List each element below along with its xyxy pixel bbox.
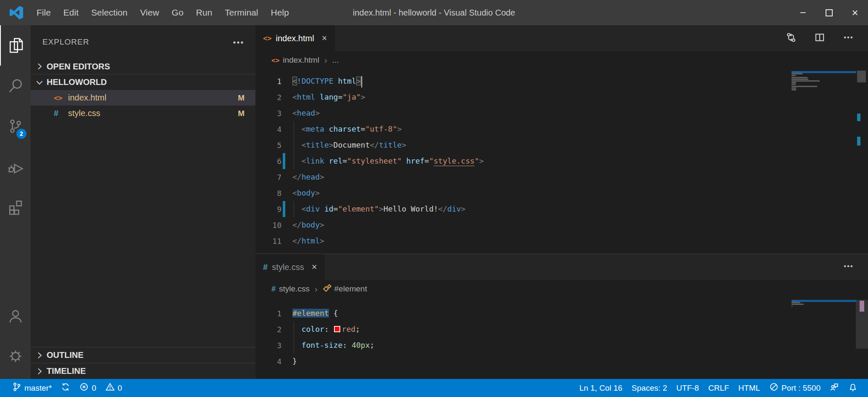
editor-actions [843, 254, 854, 280]
status-warnings[interactable]: 0 [101, 379, 127, 397]
code-line[interactable]: 8<body> [255, 185, 868, 201]
vscode-logo-icon [9, 5, 24, 20]
activity-bar-bottom [0, 296, 31, 376]
menu-edit[interactable]: Edit [57, 0, 85, 25]
line-text: </html> [285, 233, 324, 249]
file-list: <>index.htmlM#style.cssM [31, 90, 255, 121]
menu-go[interactable]: Go [166, 0, 190, 25]
menu-terminal[interactable]: Terminal [218, 0, 264, 25]
breadcrumb-item[interactable]: #element [323, 283, 367, 295]
color-swatch-red[interactable] [334, 326, 340, 332]
code-line[interactable]: 4 <meta charset="utf-8"> [255, 121, 868, 137]
code-line[interactable]: 7</head> [255, 169, 868, 185]
code-area[interactable]: 1<!DOCTYPE html>2<html lang="ja">3<head>… [255, 69, 868, 254]
explorer-more-actions-icon[interactable] [233, 38, 244, 46]
section-outline[interactable]: OUTLINE [31, 347, 255, 363]
status-eol[interactable]: CRLF [704, 379, 734, 397]
line-text: <body> [285, 185, 320, 201]
maximize-button[interactable] [816, 0, 842, 25]
breadcrumb-item[interactable]: #style.css [271, 284, 310, 294]
code-line[interactable]: 6 <link rel="stylesheet" href="style.css… [255, 153, 868, 169]
code-line[interactable]: 10</body> [255, 217, 868, 233]
tab-label: style.css [272, 262, 304, 272]
code-line[interactable]: 1<!DOCTYPE html> [255, 73, 868, 89]
sidebar-title: EXPLORER [42, 37, 89, 47]
action-more-icon[interactable] [843, 32, 854, 45]
git-modified-badge: M [238, 93, 245, 103]
minimap[interactable] [792, 71, 855, 91]
status-indentation[interactable]: Spaces: 2 [627, 379, 672, 397]
breadcrumb-separator: › [324, 56, 327, 65]
line-text: <meta charset="utf-8"> [285, 121, 402, 137]
status-errors[interactable]: 0 [75, 379, 101, 397]
minimize-button[interactable]: − [790, 0, 816, 25]
code-area[interactable]: 1#element {2 color: red;3 font-size: 40p… [255, 298, 868, 379]
tab-index.html[interactable]: <>index.html× [255, 25, 335, 51]
code-line[interactable]: 3 font-size: 40px; [255, 337, 868, 353]
action-split-editor-icon[interactable] [814, 32, 825, 45]
minimap-lines [792, 300, 855, 307]
chevron-right-icon [35, 351, 44, 360]
explorer-icon [8, 37, 24, 54]
code-line[interactable]: 4} [255, 353, 868, 369]
extensions-icon [7, 198, 24, 215]
breadcrumb-item[interactable]: <>index.html [271, 56, 319, 65]
section-folder-helloworld[interactable]: HELLOWORLD [31, 74, 255, 90]
code-line[interactable]: 1#element { [255, 305, 868, 321]
status-git-branch[interactable]: master* [8, 379, 56, 397]
activity-settings[interactable] [0, 336, 31, 376]
css-file-icon: # [271, 285, 276, 294]
line-text: <!DOCTYPE html> [285, 73, 362, 89]
status-language-mode[interactable]: HTML [734, 379, 765, 397]
menu-run[interactable]: Run [190, 0, 219, 25]
activity-source-control[interactable]: 2 [0, 106, 31, 146]
minimap[interactable] [792, 300, 855, 307]
section-open-editors[interactable]: OPEN EDITORS [31, 59, 255, 74]
line-number: 8 [255, 189, 281, 198]
activity-search[interactable] [0, 66, 31, 106]
code-line[interactable]: 2 color: red; [255, 321, 868, 337]
tab-style.css[interactable]: #style.css× [255, 254, 325, 280]
minimap-slider[interactable] [857, 71, 866, 82]
minimap-line [792, 87, 796, 89]
code-line[interactable]: 2<html lang="ja"> [255, 89, 868, 105]
code-line[interactable]: 9 <div id="element">Hello World!</div> [255, 201, 868, 217]
action-open-changes-icon[interactable] [786, 32, 797, 45]
activity-bar: 2 [0, 25, 31, 379]
close-button[interactable]: × [842, 0, 868, 25]
status-encoding[interactable]: UTF-8 [672, 379, 704, 397]
overview-modified-mark [857, 137, 860, 146]
activity-extensions[interactable] [0, 187, 31, 227]
minimap-line [792, 73, 802, 74]
close-tab-icon[interactable]: × [322, 33, 327, 44]
file-style.css[interactable]: #style.cssM [31, 106, 255, 121]
code-line[interactable]: 11</html> [255, 233, 868, 249]
code-line[interactable]: 3<head> [255, 105, 868, 121]
menu-view[interactable]: View [134, 0, 165, 25]
status-notifications[interactable] [844, 379, 862, 397]
breadcrumb-item[interactable]: ... [332, 56, 339, 65]
close-tab-icon[interactable]: × [312, 262, 317, 273]
tab-label: index.html [276, 34, 314, 43]
menu-help[interactable]: Help [264, 0, 295, 25]
line-text: } [285, 353, 297, 369]
status-feedback[interactable] [825, 379, 844, 397]
line-number: 11 [255, 237, 281, 246]
action-more-icon[interactable] [843, 261, 854, 273]
minimap-line [792, 77, 808, 78]
activity-explorer[interactable] [0, 25, 31, 66]
activity-accounts[interactable] [0, 296, 31, 336]
menu-file[interactable]: File [30, 0, 57, 25]
menu-selection[interactable]: Selection [85, 0, 134, 25]
editor-actions [786, 25, 854, 51]
code-line[interactable]: 5 <title>Document</title> [255, 137, 868, 153]
section-timeline[interactable]: TIMELINE [31, 363, 255, 379]
activity-run-debug[interactable] [0, 146, 31, 187]
line-number: 4 [255, 357, 281, 366]
status-live-server-port[interactable]: Port : 5500 [765, 379, 825, 397]
file-index.html[interactable]: <>index.htmlM [31, 90, 255, 106]
window-controls: −× [790, 0, 868, 25]
status-cursor-position[interactable]: Ln 1, Col 16 [575, 379, 627, 397]
minimap-line [792, 82, 796, 83]
status-sync[interactable] [56, 379, 75, 397]
